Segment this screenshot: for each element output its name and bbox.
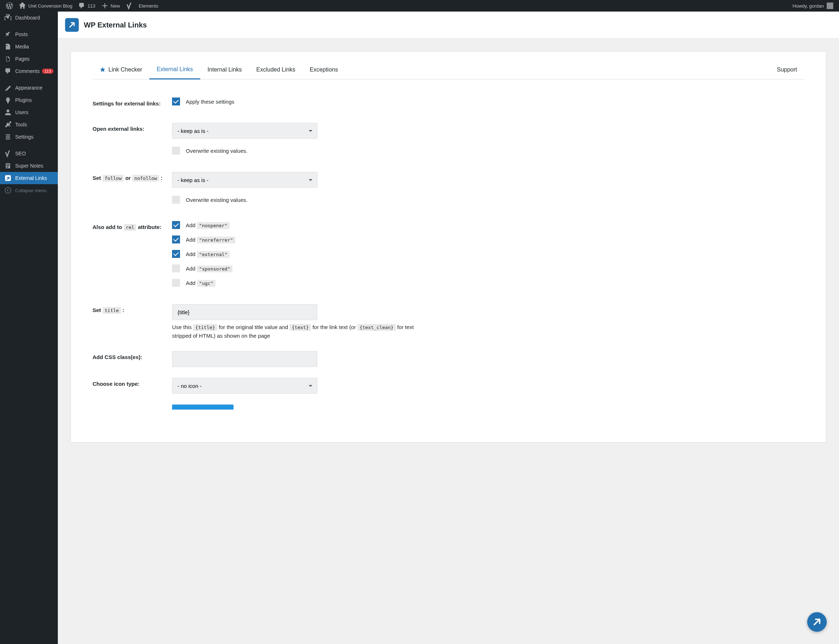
open-overwrite-label: Overwrite existing values. [186,148,247,154]
menu-seo[interactable]: SEO [0,147,58,159]
follow-overwrite-label: Overwrite existing values. [186,197,247,203]
rel-label: Also add to rel attribute: [92,221,172,230]
adminbar-comments[interactable]: 113 [75,0,98,12]
menu-settings-label: Settings [15,134,34,140]
sponsored-checkbox[interactable] [172,264,180,272]
page-title: WP External Links [84,21,147,29]
floating-action-button[interactable] [807,612,827,632]
noreferrer-checkbox[interactable] [172,235,180,243]
admin-sidemenu: Dashboard Posts Media Pages Comments113 … [0,12,58,644]
menu-super-notes-label: Super Notes [15,163,43,169]
wp-logo[interactable] [3,0,16,12]
tab-link-checker[interactable]: Link Checker [92,66,149,79]
menu-seo-label: SEO [15,151,26,156]
menu-media-label: Media [15,44,29,49]
tab-internal-links[interactable]: Internal Links [200,66,249,79]
tab-support-label: Support [777,66,797,73]
comment-icon [78,2,85,9]
dashboard-icon [4,14,12,21]
menu-users[interactable]: Users [0,106,58,118]
collapse-icon [4,187,12,194]
plugin-icon [4,97,12,104]
menu-comments[interactable]: Comments113 [0,65,58,77]
plus-icon [101,2,109,9]
noopener-checkbox[interactable] [172,221,180,229]
star-icon [100,67,105,72]
menu-tools[interactable]: Tools [0,118,58,131]
menu-pages-label: Pages [15,56,30,62]
apply-label: Apply these settings [186,99,234,105]
css-input[interactable] [172,351,317,367]
follow-select[interactable]: - keep as is - [172,172,317,188]
settings-panel: Link Checker External Links Internal Lin… [71,51,826,442]
pages-icon [4,55,12,62]
menu-appearance[interactable]: Appearance [0,82,58,94]
adminbar-account[interactable]: Howdy, gordan [790,0,836,12]
media-icon [4,43,12,50]
adminbar-yoast[interactable] [123,0,136,12]
admin-bar: Unit Conversion Blog 113 New Elements Ho… [0,0,839,12]
ugc-checkbox[interactable] [172,279,180,287]
tab-exceptions-label: Exceptions [310,66,338,73]
menu-appearance-label: Appearance [15,85,43,91]
open-overwrite-checkbox[interactable] [172,147,180,154]
pin-icon [4,31,12,38]
settings-label: Settings for external links: [92,97,172,107]
svg-point-1 [5,187,11,193]
follow-overwrite-checkbox[interactable] [172,196,180,204]
menu-dashboard[interactable]: Dashboard [0,12,58,24]
site-name-text: Unit Conversion Blog [28,3,72,9]
external-checkbox[interactable] [172,250,180,258]
adminbar-elements-label: Elements [139,3,158,9]
site-name[interactable]: Unit Conversion Blog [16,0,75,12]
menu-super-notes[interactable]: Super Notes [0,159,58,172]
menu-plugins[interactable]: Plugins [0,94,58,106]
plugin-logo-icon [68,21,76,29]
page-header: WP External Links [58,12,839,39]
icon-select[interactable]: - no icon - [172,378,317,394]
adminbar-elements[interactable]: Elements [136,0,161,12]
adminbar-comments-count: 113 [87,3,96,9]
menu-collapse-label: Collapse menu [15,188,47,193]
adminbar-new[interactable]: New [98,0,123,12]
yoast-icon [126,2,133,9]
apply-checkbox[interactable] [172,97,180,105]
css-label: Add CSS class(es): [92,351,172,360]
adminbar-howdy: Howdy, gordan [793,3,824,9]
content-area: WP External Links Link Checker External … [58,0,839,644]
menu-pages[interactable]: Pages [0,53,58,65]
menu-collapse[interactable]: Collapse menu [0,184,58,197]
menu-posts-label: Posts [15,31,28,37]
tools-icon [4,121,12,128]
title-label: Set title : [92,304,172,313]
comments-icon [4,67,12,75]
menu-settings[interactable]: Settings [0,131,58,143]
title-input[interactable] [172,304,317,320]
title-desc: Use this {title} for the original title … [172,323,432,340]
tab-external-links[interactable]: External Links [149,66,200,79]
tab-external-links-label: External Links [157,66,193,72]
wordpress-icon [6,2,13,9]
menu-external-links[interactable]: External Links [0,172,58,184]
external-link-icon [4,174,12,182]
plugin-logo [65,18,79,32]
tab-support[interactable]: Support [770,66,804,79]
icon-label: Choose icon type: [92,378,172,387]
tab-link-checker-label: Link Checker [109,66,142,73]
menu-media[interactable]: Media [0,41,58,53]
menu-plugins-label: Plugins [15,97,32,103]
appearance-icon [4,84,12,91]
avatar [827,3,833,9]
tab-exceptions[interactable]: Exceptions [303,66,345,79]
menu-users-label: Users [15,109,28,115]
menu-posts[interactable]: Posts [0,28,58,41]
save-button[interactable] [172,404,234,409]
tab-excluded-links[interactable]: Excluded Links [249,66,303,79]
tabs: Link Checker External Links Internal Lin… [92,66,804,79]
users-icon [4,109,12,116]
open-links-select[interactable]: - keep as is - [172,123,317,139]
menu-external-links-label: External Links [15,175,47,181]
menu-dashboard-label: Dashboard [15,15,40,21]
tab-excluded-links-label: Excluded Links [256,66,295,73]
follow-label: Set follow or nofollow : [92,172,172,181]
